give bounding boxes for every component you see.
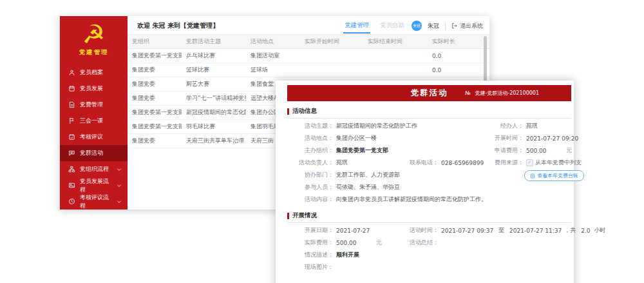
table-cell: 羽毛球比赛 [182,120,246,134]
sidebar-title: 党建管理 [60,48,128,57]
person-icon [68,69,75,76]
total-label: ，共 [564,226,576,235]
sidebar-item-4[interactable]: 考核评议 [60,129,128,145]
document-number: № 党建-党群活动-202100001 [465,90,539,97]
fee-source-checkbox[interactable]: ✓ [526,159,533,166]
sidebar-item-label: 党员发展流程 [80,177,112,194]
table-cell: 集团党委第一党支部 [128,120,182,134]
operator-field: 经办人： 苑琪 [477,122,538,130]
table-cell: 篮球场 [246,63,300,77]
field-label: 联系电话： [403,159,439,167]
sidebar-item-3[interactable]: 三会一课 [60,113,128,129]
field-label: 活动地点： [287,134,334,142]
calendar-icon [68,85,75,92]
table-cell: 篮球比赛 [182,63,246,77]
table-row[interactable]: 集团党委第一党支部乒乓球比赛集团活动室0.0 [128,49,489,63]
form-row: 参与人员： 苟依璐、朱予涵、华弥豆 [287,181,571,193]
activity-info-form: 活动主题： 新冠疫情期间的常态化防护工作 经办人： 苑琪 活动地点： 集团办公区… [276,119,574,206]
table-cell: 学习“七一”讲话精神党委座... [182,92,246,106]
sidebar-item-label: 党员档案 [80,68,103,77]
sidebar-item-1[interactable]: 党员发展 [60,81,128,97]
carry-date-value: 2021-07-27 [336,228,370,234]
field-label: 费用来源： [477,159,524,167]
form-row: 情况描述： 顺利开展 [287,249,571,261]
sidebar-item-5[interactable]: 党群活动 [60,145,128,161]
sidebar-item-0[interactable]: 党员档案 [60,64,128,81]
table-row[interactable]: 集团党委篮球比赛篮球场0.0 [128,63,489,77]
form-row: 活动内容： 向集团内非党员员工讲解新冠疫情期间的常态化防护工作。 [287,193,571,206]
form-row: 开展日期： 2021-07-27 活动时间： 2021-07-27 09:37 … [287,224,571,237]
start-time-value: 2021-07-27 09:20 [526,135,578,142]
sidebar-item-6[interactable]: 党组织流程 [60,161,128,177]
time-start-value: 2021-07-27 09:37 [441,228,493,234]
table-cell: 乒乓球比赛 [182,49,246,63]
activity-time-field: 活动时间： 2021-07-27 09:37 至 2021-07-27 11:3… [403,226,606,235]
tab-0[interactable]: 党建管理 [343,18,370,34]
top-bar: 欢迎 朱冠 来到【党建管理】 党建管理党员自助 朱冠 朱冠 退出系统 [128,16,489,34]
field-label: 活动负责人： [287,159,334,167]
time-end-value: 2021-07-27 11:37 [509,228,562,234]
field-label: 协办部门： [287,171,334,179]
sidebar-item-label: 三会一课 [80,117,103,125]
file-icon [68,101,75,108]
table-cell [363,63,428,77]
org-chart-icon [68,166,75,173]
section-activity-info: 活动信息 [287,107,571,119]
activity-content-value: 向集团内非党员员工讲解新冠疫情期间的常态化防护工作。 [336,195,487,204]
top-tabs: 党建管理党员自助 [343,18,406,34]
co-dept-value: 党群工作部、人力资源部 [336,171,400,179]
calendar-check-icon [68,133,75,141]
table-cell: 集团党委第一党支部 [128,106,182,120]
sidebar-item-label: 党费管理 [80,101,103,109]
ledger-icon [530,173,535,179]
chevron-down-icon [117,199,122,204]
welcome-text: 欢迎 朱冠 来到【党建管理】 [137,21,219,30]
activity-detail-panel: 党群活动 № 党建-党群活动-202100001 活动信息 活动主题： 新冠疫情… [276,81,574,283]
section-accent-bar [287,213,289,219]
clock-icon [68,198,75,205]
image-icon [68,182,75,189]
sidebar-item-label: 党组织流程 [80,165,109,173]
table-cell: 集团党委 [128,134,182,148]
number-value: 党建-党群活动-202100001 [475,90,539,97]
form-row: 活动主题： 新冠疫情期间的常态化防护工作 经办人： 苑琪 [287,120,571,132]
sidebar-item-label: 党员发展 [80,84,103,93]
hours-value: 2.0 [581,228,590,234]
section-progress: 开展情况 [287,211,571,223]
form-row: 主办组织： 集团党委第一党支部 申请费用： 500.00 元 [287,144,571,157]
start-time-field: 开展时间： 2021-07-27 09:20 [477,134,578,142]
table-cell [300,63,363,77]
activity-theme-value: 新冠疫情期间的常态化防护工作 [336,122,417,130]
hammer-sickle-icon: ☭ [82,20,106,48]
column-header: 实际开始时间 [300,35,363,49]
table-cell: 集团活动室 [246,49,300,63]
actual-fee-value: 500.00 [336,240,376,246]
sidebar-item-7[interactable]: 党员发展流程 [60,177,128,193]
fee-source-field: 费用来源： ✓ 从本年党费中列支 [477,159,582,167]
table-header-row: 党组织党群活动主题活动地点实际开始时间实际结束时间实际时长 [128,35,489,49]
chevron-down-icon [117,183,122,188]
tab-1[interactable]: 党员自助 [379,18,406,34]
avatar[interactable]: 朱冠 [412,21,422,31]
field-label: 活动内容： [287,195,334,204]
sidebar-item-2[interactable]: 党费管理 [60,97,128,113]
progress-form: 开展日期： 2021-07-27 活动时间： 2021-07-27 09:37 … [276,223,574,273]
participants-value: 苟依璐、朱予涵、华弥豆 [336,183,400,191]
column-header: 党群活动主题 [182,35,246,49]
view-ledger-button[interactable]: 查看本年党费台账 [524,170,584,181]
sidebar-item-8[interactable]: 考核评议流程 [60,193,128,210]
sidebar-menu: 党员档案党员发展党费管理三会一课考核评议党群活动党组织流程党员发展流程考核评议流… [60,64,128,210]
table-cell: 厨艺大赛 [182,77,246,92]
phone-field: 联系电话： 028-65969899 [403,159,484,167]
logout-button[interactable]: 退出系统 [451,22,483,30]
field-label: 申请费用： [477,146,524,155]
table-cell: 集团党委 [128,77,182,92]
page-canvas: ☭ 党建管理 党员档案党员发展党费管理三会一课考核评议党群活动党组织流程党员发展… [0,0,644,283]
logout-icon [451,23,458,29]
chevron-down-icon [117,167,122,172]
vertical-divider [445,23,446,30]
table-cell: 集团党委 [128,63,182,77]
sidebar-item-label: 党群活动 [80,149,103,157]
description-value: 顺利开展 [336,251,359,259]
field-label: 开展时间： [477,134,524,142]
